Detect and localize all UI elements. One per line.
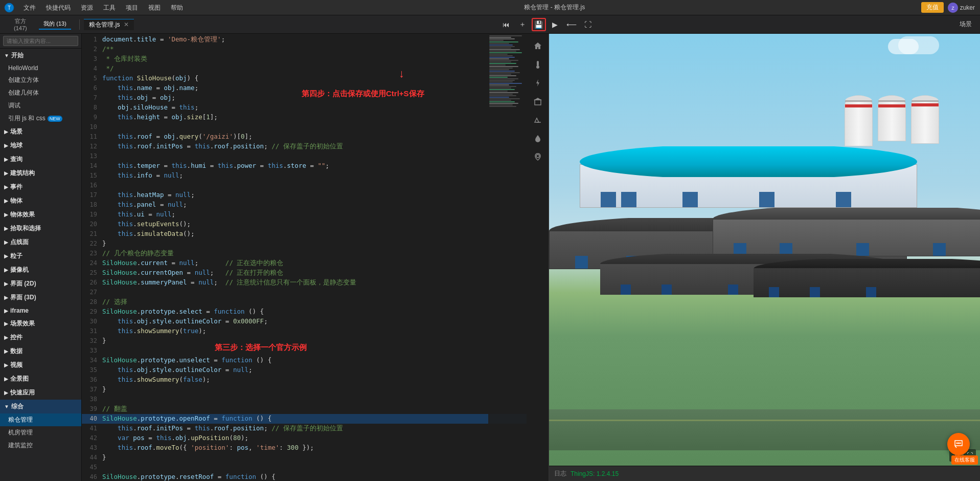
section-iframe-header[interactable]: ▶ iframe: [0, 304, 81, 317]
toolbar-add-btn[interactable]: ＋: [515, 18, 530, 31]
sidebar-item-debug[interactable]: 调试: [0, 99, 81, 112]
section-composite-header[interactable]: ▼ 综合: [0, 400, 81, 413]
menu-help[interactable]: 帮助: [166, 0, 188, 15]
sidebar-item-machine[interactable]: 机房管理: [0, 426, 81, 439]
section-video-header[interactable]: ▶ 视频: [0, 358, 81, 372]
sidebar-item-helloworld[interactable]: HelloWorld: [0, 62, 81, 74]
code-editor[interactable]: 1 document.title = 'Demo-粮仓管理'; 2 /** 3 …: [82, 34, 527, 481]
sidebar-item-create-cube[interactable]: 创建立方体: [0, 74, 81, 86]
menu-resources[interactable]: 资源: [76, 0, 98, 15]
search-box: [0, 34, 81, 49]
code-line-22: 22 }: [82, 239, 527, 249]
section-panorama-header[interactable]: ▶ 全景图: [0, 372, 81, 386]
section-object-fx-header[interactable]: ▶ 物体效果: [0, 208, 81, 222]
arrow-icon: ▶: [4, 281, 8, 287]
menu-view[interactable]: 视图: [143, 0, 166, 15]
code-line-26: 26 SiloHouse.summeryPanel = null; // 注意统…: [82, 278, 527, 288]
search-input[interactable]: [3, 36, 78, 46]
menu-bar: 文件 快捷代码 资源 工具 项目 视图 帮助: [18, 0, 188, 15]
section-event-label: 事件: [10, 183, 22, 191]
arrow-icon: ▶: [4, 348, 8, 354]
section-quickapp-label: 快速应用: [10, 388, 35, 397]
code-line-18: 18 this.panel = null;: [82, 200, 527, 210]
toolbar-first-btn[interactable]: ⏮: [499, 18, 513, 31]
section-pick-header[interactable]: ▶ 拾取和选择: [0, 222, 81, 235]
toolbar-save-btn[interactable]: 💾: [532, 18, 546, 31]
section-particle-header[interactable]: ▶ 粒子: [0, 249, 81, 263]
rt-water-btn[interactable]: [530, 130, 546, 146]
rt-location-btn[interactable]: [530, 148, 546, 165]
section-quickapp-header[interactable]: ▶ 快速应用: [0, 386, 81, 400]
section-scene-fx-header[interactable]: ▶ 场景效果: [0, 317, 81, 331]
code-line-3: 3 * 仓库封装类: [82, 54, 527, 64]
section-quickapp: ▶ 快速应用: [0, 386, 81, 400]
file-tab[interactable]: 粮仓管理.js ✕: [84, 19, 134, 30]
section-scene-header[interactable]: ▶ 场景: [0, 125, 81, 139]
sidebar-item-building[interactable]: 建筑监控: [0, 439, 81, 452]
section-earth: ▶ 地球: [0, 139, 81, 152]
arrow-icon: ▶: [4, 198, 8, 204]
chat-button[interactable]: [947, 433, 970, 455]
section-ui3d-header[interactable]: ▶ 界面 (3D): [0, 291, 81, 304]
svg-rect-7: [535, 100, 541, 105]
rt-building-btn[interactable]: [530, 93, 546, 110]
code-line-14: 14 this.temper = this.humi = this.power …: [82, 161, 527, 171]
section-event-header[interactable]: ▶ 事件: [0, 180, 81, 194]
section-ui2d-label: 界面 (2D): [10, 279, 36, 288]
section-particle-label: 粒子: [10, 252, 22, 260]
section-object-header[interactable]: ▶ 物体: [0, 194, 81, 208]
section-data-header[interactable]: ▶ 数据: [0, 344, 81, 358]
code-line-35: 35 this.obj.style.outlineColor = null;: [82, 365, 527, 375]
section-panorama: ▶ 全景图: [0, 372, 81, 386]
section-arch-header[interactable]: ▶ 建筑结构: [0, 166, 81, 180]
code-line-6: 6 this.name = obj.name;: [82, 83, 527, 93]
arrow-icon: ▶: [4, 143, 8, 148]
sidebar-item-js-css[interactable]: 引用 js 和 css NEW: [0, 112, 81, 125]
code-line-8: 8 obj.siloHouse = this;: [82, 103, 527, 113]
section-query-header[interactable]: ▶ 查询: [0, 152, 81, 166]
arrow-icon: ▶: [4, 253, 8, 259]
svg-point-12: [960, 443, 961, 444]
arrow-icon: ▶: [4, 170, 8, 176]
menu-project[interactable]: 项目: [121, 0, 143, 15]
section-camera-header[interactable]: ▶ 摄像机: [0, 263, 81, 277]
svg-marker-8: [534, 98, 542, 100]
section-line-header[interactable]: ▶ 点线面: [0, 235, 81, 249]
charge-button[interactable]: 充值: [921, 2, 944, 13]
arrow-icon: ▶: [4, 184, 8, 190]
code-line-40: 40 SiloHouse.prototype.openRoof = functi…: [82, 414, 527, 424]
rt-eraser-btn[interactable]: [530, 112, 546, 128]
section-pick: ▶ 拾取和选择: [0, 222, 81, 235]
section-data: ▶ 数据: [0, 344, 81, 358]
code-line-10: 10: [82, 122, 527, 132]
section-earth-label: 地球: [10, 141, 22, 150]
tab-mine[interactable]: 我的 (13): [39, 19, 72, 30]
section-object-fx: ▶ 物体效果: [0, 208, 81, 222]
code-line-15: 15 this.info = null;: [82, 171, 527, 181]
sidebar-item-grain[interactable]: 粮仓管理: [0, 413, 81, 426]
section-earth-header[interactable]: ▶ 地球: [0, 139, 81, 152]
rt-temp-btn[interactable]: [530, 56, 546, 73]
close-tab-icon[interactable]: ✕: [124, 21, 129, 28]
menu-tools[interactable]: 工具: [98, 0, 121, 15]
sidebar-item-create-geo[interactable]: 创建几何体: [0, 86, 81, 99]
menu-file[interactable]: 文件: [18, 0, 41, 15]
rt-home-btn[interactable]: [530, 38, 546, 54]
sidebar: ▼ 开始 HelloWorld 创建立方体 创建几何体 调试 引用 js 和 c…: [0, 34, 82, 481]
toolbar-run-btn[interactable]: ▶: [548, 18, 562, 31]
section-panorama-label: 全景图: [10, 375, 29, 383]
code-line-1: 1 document.title = 'Demo-粮仓管理';: [82, 35, 527, 45]
menu-shortcuts[interactable]: 快捷代码: [41, 0, 76, 15]
secondbar: 官方 (147) 我的 (13) 粮仓管理.js ✕ ⏮ ＋ 💾 ▶ ⟵ ⛶ 场…: [0, 15, 980, 34]
section-ui2d-header[interactable]: ▶ 界面 (2D): [0, 277, 81, 291]
toolbar-back-btn[interactable]: ⟵: [564, 18, 579, 31]
section-scene-fx: ▶ 场景效果: [0, 317, 81, 331]
section-control-header[interactable]: ▶ 控件: [0, 331, 81, 344]
code-line-28: 28 // 选择: [82, 297, 527, 307]
toolbar-debug-btn[interactable]: ⛶: [581, 18, 595, 31]
tab-official[interactable]: 官方 (147): [4, 16, 37, 32]
section-camera: ▶ 摄像机: [0, 263, 81, 277]
rt-power-btn[interactable]: [530, 75, 546, 91]
section-start-header[interactable]: ▼ 开始: [0, 49, 81, 62]
main-layout: ▼ 开始 HelloWorld 创建立方体 创建几何体 调试 引用 js 和 c…: [0, 34, 980, 481]
